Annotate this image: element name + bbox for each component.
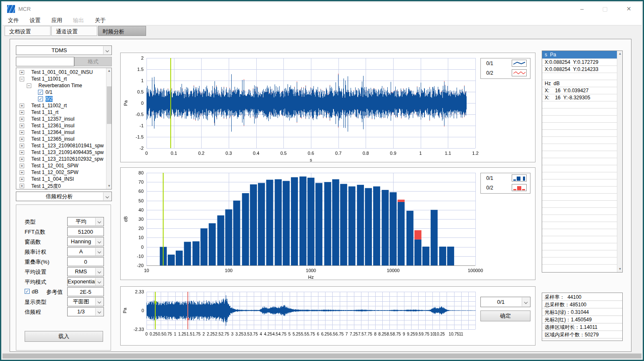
readout-empty-row[interactable] — [542, 123, 617, 130]
chevron-down-icon[interactable] — [103, 46, 111, 54]
tree-item[interactable]: +Test 1_1_004_INSI — [16, 176, 106, 182]
readout-empty-row[interactable] — [542, 137, 617, 144]
readout-empty-row[interactable] — [542, 179, 617, 187]
collapse-icon[interactable]: − — [27, 83, 31, 88]
readout-empty-row[interactable] — [542, 208, 617, 215]
tree-item-label[interactable]: Test 1_1_004_INSI — [31, 176, 74, 182]
format-button[interactable]: 格式 — [74, 57, 112, 66]
tree-item-label[interactable]: Test 1_11002_rt — [31, 103, 67, 109]
analysis-type-select[interactable]: 倍频程分析 — [16, 192, 112, 201]
readout-row[interactable]: X: 16 Y:0.039427 — [542, 87, 617, 94]
expand-icon[interactable]: + — [20, 144, 24, 148]
readout-empty-row[interactable] — [542, 187, 617, 194]
tree-item[interactable]: ✓0/1 — [16, 89, 106, 96]
readout-empty-row[interactable] — [542, 201, 617, 208]
readout-empty-row[interactable] — [542, 194, 617, 201]
scroll-down-icon[interactable]: ▼ — [617, 266, 623, 272]
expand-icon[interactable]: + — [20, 137, 24, 141]
readout-row[interactable]: X: 16 Y:-8.329305 — [542, 94, 617, 101]
chevron-down-icon[interactable] — [522, 298, 530, 306]
expand-icon[interactable]: + — [20, 170, 24, 175]
chevron-down-icon[interactable] — [95, 248, 103, 255]
readout-row[interactable]: X:0.088254 Y:0.172729 — [542, 59, 617, 66]
tree-item[interactable]: −Test 1_11001_rt — [16, 76, 106, 82]
file-format-select[interactable]: TDMS — [16, 45, 112, 55]
tree-item-label[interactable]: Test 1_25度0 — [31, 183, 61, 189]
param-input[interactable] — [67, 227, 104, 236]
legend-entry[interactable]: 0/2 — [481, 68, 530, 78]
tree-item[interactable]: ✓0/2 — [16, 96, 106, 102]
readout-empty-row[interactable] — [542, 215, 617, 222]
tree-item-label[interactable]: Test 1_12357_insul — [31, 116, 74, 122]
expand-icon[interactable]: + — [20, 70, 24, 75]
param-select[interactable]: 平面图 — [67, 297, 104, 306]
readout-empty-row[interactable] — [542, 257, 617, 265]
readout-scrollbar[interactable]: ▲ ▼ — [617, 51, 622, 272]
readout-row[interactable]: Hz dB — [542, 80, 617, 87]
expand-icon[interactable]: + — [20, 124, 24, 128]
readout-empty-row[interactable] — [542, 250, 617, 257]
full-record-waveform-chart[interactable] — [121, 287, 535, 345]
chevron-down-icon[interactable] — [95, 308, 103, 316]
channel-checkbox[interactable]: ✓ — [38, 96, 43, 101]
close-button[interactable]: ✕ — [619, 3, 638, 15]
tree-item-label[interactable]: Test 1_12_002_SPW — [31, 169, 78, 175]
readout-empty-row[interactable] — [542, 165, 617, 172]
tree-scroll-thumb[interactable] — [107, 86, 111, 124]
tree-item-label[interactable]: Test 1_11001_rt — [31, 76, 67, 82]
readout-empty-row[interactable] — [542, 151, 617, 158]
scroll-down-icon[interactable]: ▼ — [106, 183, 112, 189]
overview-channel-select[interactable]: 0/1 — [480, 297, 530, 307]
minimize-button[interactable]: – — [573, 3, 591, 15]
tree-item[interactable]: +Test 1_12_001_SPW — [16, 162, 106, 169]
menu-item-2[interactable]: 应用 — [46, 15, 68, 26]
scroll-up-icon[interactable]: ▲ — [617, 51, 623, 57]
tree-item-label[interactable]: Reverberation Time — [38, 83, 82, 88]
expand-icon[interactable]: + — [20, 184, 24, 188]
tree-item-label[interactable]: Test 1_001_001_002_INSU — [31, 69, 93, 75]
menu-item-1[interactable]: 设置 — [24, 15, 46, 26]
readout-row[interactable]: X:0.088254 Y:0.214233 — [542, 66, 617, 73]
tree-item-label[interactable]: Test 1_12_001_SPW — [31, 163, 78, 169]
third-octave-spectrum-chart[interactable] — [121, 168, 535, 280]
expand-icon[interactable]: + — [20, 164, 24, 168]
tree-item[interactable]: +Test 1_11_rt — [16, 109, 106, 116]
tree-item[interactable]: +Test 1_123_211026102932_spw — [16, 156, 106, 162]
tree-item[interactable]: +Test 1_12357_insul — [16, 116, 106, 122]
legend-entry[interactable]: 0/1 — [481, 173, 530, 183]
confirm-button[interactable]: 确定 — [480, 311, 530, 321]
param-select[interactable]: Hanning — [67, 237, 104, 246]
tree-item[interactable]: +Test 1_12_002_SPW — [16, 169, 106, 176]
chevron-down-icon[interactable] — [103, 192, 111, 200]
tree-item[interactable]: +Test 1_001_001_002_INSU — [16, 69, 106, 76]
legend-entry[interactable]: 0/1 — [481, 58, 530, 68]
readout-empty-row[interactable] — [542, 130, 617, 137]
param-input[interactable] — [67, 287, 104, 296]
readout-empty-row[interactable] — [542, 222, 617, 229]
readout-empty-row[interactable] — [542, 229, 617, 236]
readout-empty-row[interactable] — [542, 101, 617, 109]
menu-item-0[interactable]: 文件 — [3, 15, 24, 26]
expand-icon[interactable]: + — [20, 104, 24, 108]
chevron-down-icon[interactable] — [95, 298, 103, 305]
readout-empty-row[interactable] — [542, 109, 617, 116]
menu-item-4[interactable]: 关于 — [89, 15, 111, 26]
param-select[interactable]: 平均 — [67, 217, 104, 226]
tree-item-label[interactable]: Test 1_12361_insul — [31, 123, 74, 129]
tree-item[interactable]: +Test 1_123_210908101941_spw — [16, 142, 106, 149]
tree-item[interactable]: +Test 1_12364_insul — [16, 129, 106, 136]
expand-icon[interactable]: + — [20, 157, 24, 162]
readout-empty-row[interactable] — [542, 158, 617, 165]
tree-item[interactable]: −Reverberation Time — [16, 82, 106, 89]
tree-item-label[interactable]: Test 1_12365_insul — [31, 136, 74, 142]
tree-item[interactable]: +Test 1_25度0 — [16, 182, 106, 189]
param-input[interactable] — [67, 257, 104, 266]
collapse-icon[interactable]: − — [20, 77, 24, 81]
scroll-up-icon[interactable]: ▲ — [106, 68, 112, 74]
db-checkbox[interactable]: ✓ — [25, 289, 30, 294]
tree-item[interactable]: +Test 1_11002_rt — [16, 102, 106, 109]
readout-empty-row[interactable] — [542, 243, 617, 250]
tree-item-label[interactable]: Test 1_123_210908101941_spw — [31, 143, 104, 149]
tree-item-label[interactable]: Test 1_11_rt — [31, 109, 58, 115]
tree-item-label[interactable]: 0/2 — [45, 96, 53, 102]
